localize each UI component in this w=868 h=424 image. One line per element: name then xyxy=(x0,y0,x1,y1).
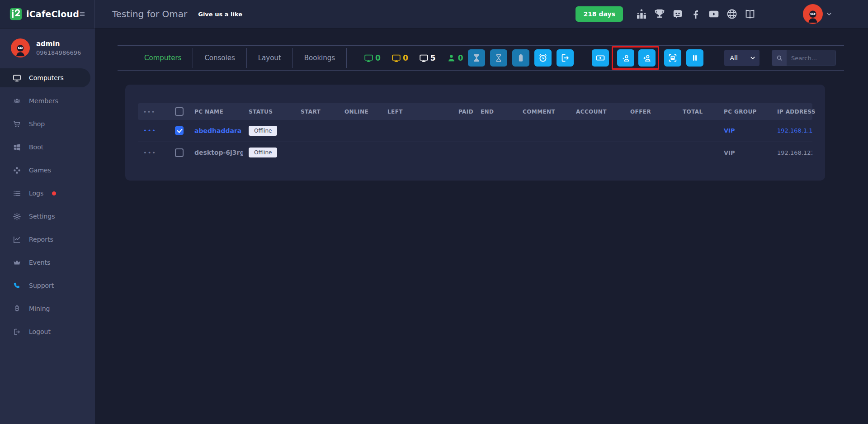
cell-online xyxy=(339,120,382,142)
money-button[interactable] xyxy=(592,49,609,67)
ip-address-value: 192.168.1.135 xyxy=(777,127,812,134)
account-menu[interactable] xyxy=(803,4,833,24)
signout-button[interactable] xyxy=(557,49,574,67)
chevron-down-icon[interactable] xyxy=(826,10,833,18)
column-header-end: END xyxy=(475,103,517,120)
tab-layout[interactable]: Layout xyxy=(247,48,293,68)
column-header-pc_name: PC NAME xyxy=(189,103,243,120)
cell-offer xyxy=(625,120,677,142)
frame-button[interactable] xyxy=(664,49,681,67)
youtube-icon[interactable] xyxy=(708,8,720,20)
sidebar-item-label: Games xyxy=(29,167,51,174)
pc-name-link[interactable]: desktop-6j3rg… xyxy=(194,149,243,156)
sidebar-item-label: Events xyxy=(29,259,50,266)
topbar-right: 218 days xyxy=(576,4,833,24)
battery-icon xyxy=(516,53,526,63)
ranking-icon[interactable] xyxy=(636,8,647,20)
select-all-checkbox[interactable] xyxy=(175,107,184,116)
table-body: •••abedhaddaraOfflineVIP192.168.1.135•••… xyxy=(138,120,812,163)
counter-value: 5 xyxy=(430,53,436,62)
money-icon xyxy=(595,53,605,63)
sidebar-item-label: Settings xyxy=(29,213,55,220)
pause-button[interactable] xyxy=(686,49,703,67)
tab-computers[interactable]: Computers xyxy=(133,48,193,68)
column-header-left: LEFT xyxy=(382,103,453,120)
book-icon[interactable] xyxy=(744,8,756,20)
pc-group-value: VIP xyxy=(724,127,735,134)
counter-value: 0 xyxy=(375,53,381,62)
cell-account xyxy=(571,120,625,142)
alarm-icon xyxy=(538,53,548,63)
search-box xyxy=(772,50,836,66)
column-header-online: ONLINE xyxy=(339,103,382,120)
windows-icon xyxy=(13,143,21,152)
row-menu-icon[interactable]: ••• xyxy=(143,109,156,115)
tab-bookings[interactable]: Bookings xyxy=(293,48,347,68)
battery-button[interactable] xyxy=(512,49,529,67)
header-checkbox-cell xyxy=(170,103,189,120)
globe-icon[interactable] xyxy=(726,8,738,20)
status-badge: Offline xyxy=(249,126,277,136)
row-checkbox[interactable] xyxy=(175,126,184,135)
counter-monitor[interactable]: 0 xyxy=(364,53,381,63)
sidebar-item-label: Reports xyxy=(29,236,53,243)
monitor-icon xyxy=(364,53,373,63)
brand-logo: iCafeCloud xyxy=(9,7,79,21)
app-window: iCafeCloud Testing for Omar Give us a li… xyxy=(0,0,868,424)
cell-ip_address: 192.168.1.135 xyxy=(772,120,812,142)
sidebar-item-games[interactable]: Games xyxy=(0,161,95,180)
give-us-a-like-link[interactable]: Give us a like xyxy=(198,11,242,18)
tab-consoles[interactable]: Consoles xyxy=(193,48,246,68)
pc-name-link[interactable]: abedhaddara xyxy=(194,127,241,134)
group-filter-select[interactable]: All xyxy=(724,50,760,66)
sidebar-item-events[interactable]: Events xyxy=(0,253,95,272)
user-avatar[interactable] xyxy=(803,4,823,24)
user-plus-button[interactable] xyxy=(638,49,656,67)
computers-panel: ••• PC NAMESTATUSSTARTONLINELEFTPAIDENDC… xyxy=(125,85,825,181)
hamburger-menu-icon[interactable] xyxy=(79,9,85,19)
row-menu-icon[interactable]: ••• xyxy=(143,149,156,156)
days-remaining-button[interactable]: 218 days xyxy=(576,6,623,22)
counter-user[interactable]: 0 xyxy=(447,53,463,63)
sidebar-item-support[interactable]: Support xyxy=(0,276,95,295)
cell-pc_name: desktop-6j3rg… xyxy=(189,142,243,163)
sidebar-item-logout[interactable]: Logout xyxy=(0,322,95,341)
hourglass-outline-button[interactable] xyxy=(490,49,507,67)
sidebar-item-logs[interactable]: Logs xyxy=(0,184,95,203)
pc-group-value: VIP xyxy=(724,149,735,156)
gear-icon xyxy=(13,212,21,221)
discord-icon[interactable] xyxy=(672,8,684,20)
sidebar-item-members[interactable]: Members xyxy=(0,91,95,110)
sidebar-item-label: Support xyxy=(29,282,54,289)
sidebar-item-computers[interactable]: Computers xyxy=(0,68,90,87)
frame-icon xyxy=(668,53,678,63)
sidebar-item-reports[interactable]: Reports xyxy=(0,230,95,249)
row-checkbox[interactable] xyxy=(175,148,184,157)
phone-icon xyxy=(13,281,21,290)
cell-pc_group: VIP xyxy=(718,142,772,163)
ninja-avatar-icon xyxy=(13,42,28,57)
sidebar-item-mining[interactable]: Mining xyxy=(0,299,95,318)
table-row: •••desktop-6j3rg…OfflineVIP192.168.121.1 xyxy=(138,142,812,163)
toolbar xyxy=(463,46,703,70)
hourglass-filled-button[interactable] xyxy=(468,49,485,67)
user-star-button[interactable] xyxy=(617,49,634,67)
sidebar-item-shop[interactable]: Shop xyxy=(0,114,95,133)
alarm-button[interactable] xyxy=(534,49,552,67)
sidebar-item-label: Boot xyxy=(29,143,43,151)
trophy-icon[interactable] xyxy=(654,8,665,20)
monitor-icon xyxy=(13,74,21,82)
search-input[interactable] xyxy=(787,50,835,66)
counter-monitor[interactable]: 0 xyxy=(392,53,408,63)
hourglass-filled-icon xyxy=(472,53,481,63)
sidebar-user-block: admin 096184986696 xyxy=(0,29,95,68)
sidebar-item-boot[interactable]: Boot xyxy=(0,138,95,157)
cell-total xyxy=(677,142,718,163)
counter-monitor[interactable]: 5 xyxy=(419,53,436,63)
row-menu-icon[interactable]: ••• xyxy=(143,127,156,134)
facebook-icon[interactable] xyxy=(690,8,702,20)
table-row: •••abedhaddaraOfflineVIP192.168.1.135 xyxy=(138,120,812,142)
sidebar-item-settings[interactable]: Settings xyxy=(0,207,95,226)
sidebar-item-label: Members xyxy=(29,97,58,105)
column-header-ip_address: IP ADDRESS xyxy=(772,103,812,120)
